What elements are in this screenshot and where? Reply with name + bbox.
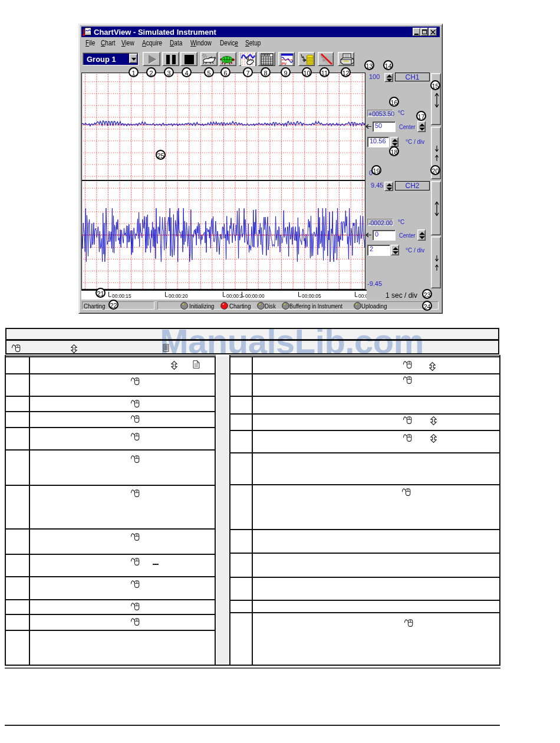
svg-text:00:00:00: 00:00:00 bbox=[245, 293, 265, 299]
svg-text:00:00:05: 00:00:05 bbox=[302, 293, 321, 299]
svg-text:00:00:20: 00:00:20 bbox=[169, 293, 188, 299]
svg-text:00:0: 00:0 bbox=[358, 293, 367, 299]
svg-text:00:00:15: 00:00:15 bbox=[112, 293, 131, 299]
svg-text:PV: PV bbox=[282, 62, 286, 65]
svg-text:00:00:2: 00:00:2 bbox=[226, 293, 243, 299]
